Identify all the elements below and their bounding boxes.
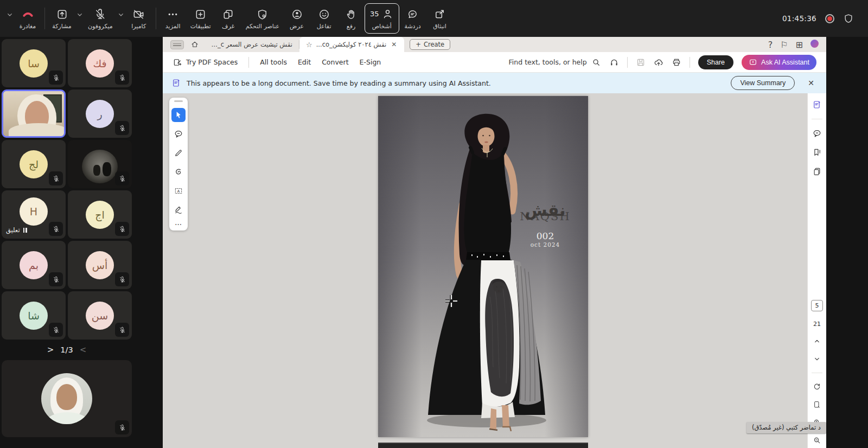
participant-tile[interactable]: أس: [68, 241, 132, 289]
participant-tile[interactable]: H تعليق: [2, 190, 66, 239]
participant-tile[interactable]: بم: [2, 241, 66, 289]
annotation-badge: تعليق: [6, 226, 27, 234]
all-tools-menu[interactable]: All tools: [260, 58, 287, 66]
participant-tile-pinned[interactable]: [2, 360, 132, 437]
view-summary-button[interactable]: View Summary: [731, 76, 795, 90]
popout-button[interactable]: انبثاق: [426, 2, 454, 35]
home-icon[interactable]: [190, 40, 199, 49]
apps-button[interactable]: تطبيقات: [187, 2, 215, 35]
avatar: [41, 373, 92, 424]
brand-block: نقش NAQSH 002 oct 2024: [515, 202, 575, 248]
camera-button[interactable]: كاميرا: [125, 2, 152, 35]
comments-panel-icon[interactable]: [812, 129, 822, 138]
participants-count: 35: [370, 10, 379, 18]
text-box-tool-button[interactable]: [171, 184, 186, 198]
chat-button[interactable]: دردشة: [399, 2, 426, 35]
host-controls-button[interactable]: عناصر التحكم: [242, 2, 283, 35]
person-circle-icon: [291, 7, 303, 21]
participants-button[interactable]: 35 أشخاص: [365, 3, 399, 34]
pdf-spaces-button[interactable]: Try PDF Spaces: [173, 57, 238, 67]
participants-pagination: > 1/3 <: [0, 342, 133, 358]
fashion-photo: [378, 96, 588, 437]
breakout-rooms-button[interactable]: غرف: [215, 2, 242, 35]
page-view-options-icon[interactable]: [813, 400, 821, 409]
help-icon[interactable]: ?: [768, 40, 773, 50]
issue-number: 002: [515, 231, 575, 241]
convert-menu[interactable]: Convert: [322, 58, 348, 66]
avatar: بم: [20, 251, 48, 279]
close-tab-icon[interactable]: ✕: [390, 41, 398, 48]
microphone-button[interactable]: ميكروفون: [84, 2, 117, 35]
lasso-tool-button[interactable]: [171, 165, 186, 179]
page-thumbnails-icon[interactable]: [812, 167, 822, 176]
upload-cloud-icon[interactable]: [654, 57, 663, 67]
favorite-star-icon[interactable]: ☆: [306, 41, 312, 49]
total-pages: 21: [813, 321, 821, 328]
print-icon[interactable]: [672, 57, 681, 67]
raise-hand-button[interactable]: رفع: [337, 2, 365, 35]
previous-page-icon[interactable]: [813, 337, 821, 345]
select-tool-button[interactable]: [171, 108, 186, 122]
reactions-button[interactable]: تفاعل: [310, 2, 337, 35]
apps-grid-icon[interactable]: ⊞: [796, 40, 803, 50]
share-options-caret-icon[interactable]: [75, 10, 84, 19]
participant-tile-active-speaker[interactable]: [2, 89, 66, 138]
document-tab-inactive[interactable]: نقش تيشيت عرض السعر copy_c...: [205, 37, 299, 52]
participant-tile[interactable]: لج: [2, 140, 66, 188]
participant-tile[interactable]: اج: [68, 190, 132, 239]
share-button[interactable]: Share: [698, 55, 733, 69]
mic-options-caret-icon[interactable]: [117, 10, 125, 19]
collapse-caret-icon[interactable]: [5, 10, 14, 19]
create-button[interactable]: + Create: [410, 39, 450, 50]
mic-off-badge: [115, 420, 129, 434]
ai-document-icon: [171, 78, 181, 88]
avatar: أس: [86, 251, 114, 279]
camera-off-icon: [132, 7, 145, 21]
rotate-page-icon[interactable]: [813, 382, 821, 391]
drag-handle[interactable]: [174, 100, 183, 102]
apps-icon: [194, 7, 207, 21]
participant-tile[interactable]: ر: [68, 89, 132, 138]
notifications-bell-icon[interactable]: ⚐: [780, 40, 788, 50]
banner-message: This appears to be a long document. Save…: [187, 79, 491, 87]
more-tools-icon[interactable]: ⋯: [175, 222, 182, 227]
current-page-input[interactable]: 5: [811, 300, 823, 311]
participant-tile[interactable]: شا: [2, 291, 66, 340]
share-screen-icon: [56, 7, 68, 21]
document-canvas[interactable]: نقش NAQSH 002 oct 2024 ⋯: [163, 93, 826, 448]
collections-panel-icon[interactable]: [170, 40, 184, 49]
recording-indicator-icon[interactable]: [825, 14, 834, 23]
edit-menu[interactable]: Edit: [298, 58, 311, 66]
participant-tile[interactable]: فك: [68, 39, 132, 87]
account-avatar[interactable]: [810, 40, 819, 48]
zoom-out-icon[interactable]: [813, 436, 821, 445]
pdf-page[interactable]: نقش NAQSH 002 oct 2024: [378, 96, 588, 437]
participant-tile[interactable]: [68, 140, 132, 188]
avatar: H: [20, 197, 48, 226]
next-page-icon[interactable]: [813, 355, 821, 363]
save-icon[interactable]: [636, 57, 646, 67]
fill-sign-tool-button[interactable]: [171, 203, 186, 217]
participant-tile[interactable]: سن: [68, 291, 132, 340]
issue-date: oct 2024: [515, 241, 575, 248]
view-button[interactable]: عرض: [283, 2, 310, 35]
avatar: ر: [86, 100, 114, 128]
close-banner-icon[interactable]: ✕: [805, 79, 818, 87]
participant-tile[interactable]: سا: [2, 39, 66, 87]
leave-button[interactable]: مغادرة: [14, 2, 41, 35]
comment-tool-button[interactable]: [171, 127, 186, 141]
more-button[interactable]: المزيد: [159, 2, 187, 35]
prev-page-icon[interactable]: <: [80, 345, 87, 355]
bookmarks-panel-icon[interactable]: [812, 148, 822, 157]
next-page-icon[interactable]: >: [47, 345, 54, 355]
read-aloud-headphones-icon[interactable]: [609, 57, 619, 67]
security-shield-icon[interactable]: [843, 13, 854, 24]
ai-chat-icon: [749, 58, 757, 67]
share-screen-button[interactable]: مشاركة: [48, 2, 75, 35]
ask-ai-assistant-button[interactable]: Ask AI Assistant: [742, 55, 816, 70]
document-tab-active[interactable]: ☆ نقش ٢٠٢٤ كوليكشن_co... ✕: [299, 37, 404, 52]
draw-tool-button[interactable]: [171, 146, 186, 160]
ai-assistant-icon[interactable]: [812, 100, 822, 110]
esign-menu[interactable]: E-Sign: [360, 58, 381, 66]
find-search-field[interactable]: Find text, tools, or help: [509, 57, 601, 67]
